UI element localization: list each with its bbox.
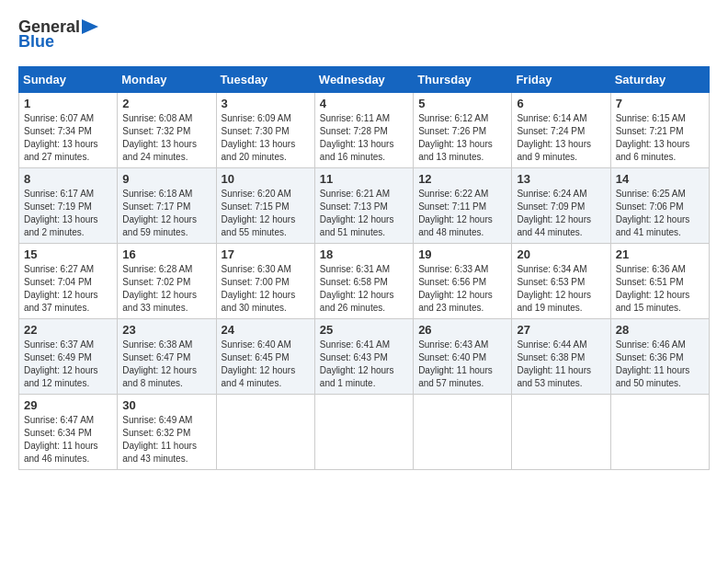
day-info: Sunrise: 6:08 AMSunset: 7:32 PMDaylight:…	[122, 113, 197, 162]
calendar-table: SundayMondayTuesdayWednesdayThursdayFrid…	[18, 66, 710, 470]
day-info: Sunrise: 6:22 AMSunset: 7:11 PMDaylight:…	[418, 189, 493, 237]
day-header-saturday: Saturday	[610, 66, 709, 92]
calendar-week-row: 1 Sunrise: 6:07 AMSunset: 7:34 PMDayligh…	[19, 92, 710, 167]
day-header-friday: Friday	[512, 66, 610, 92]
day-number: 23	[122, 323, 210, 337]
calendar-cell: 26 Sunrise: 6:43 AMSunset: 6:40 PMDaylig…	[414, 318, 512, 394]
calendar-cell: 4 Sunrise: 6:11 AMSunset: 7:28 PMDayligh…	[314, 92, 413, 167]
day-number: 9	[122, 172, 210, 186]
logo-blue-text: Blue	[18, 33, 54, 52]
logo-arrow-icon	[82, 19, 98, 34]
day-header-thursday: Thursday	[414, 66, 512, 92]
day-info: Sunrise: 6:20 AMSunset: 7:15 PMDaylight:…	[222, 189, 296, 237]
calendar-cell	[610, 394, 709, 469]
page-header: General Blue	[18, 18, 710, 52]
day-number: 30	[122, 398, 210, 412]
day-info: Sunrise: 6:11 AMSunset: 7:28 PMDaylight:…	[320, 113, 394, 162]
day-number: 26	[418, 323, 506, 337]
calendar-cell: 30 Sunrise: 6:49 AMSunset: 6:32 PMDaylig…	[118, 394, 216, 469]
day-header-tuesday: Tuesday	[216, 66, 314, 92]
calendar-cell: 18 Sunrise: 6:31 AMSunset: 6:58 PMDaylig…	[314, 243, 413, 318]
day-info: Sunrise: 6:46 AMSunset: 6:36 PMDaylight:…	[616, 339, 690, 388]
day-number: 21	[616, 247, 704, 261]
day-number: 22	[24, 323, 112, 337]
day-number: 8	[24, 172, 112, 186]
calendar-cell: 23 Sunrise: 6:38 AMSunset: 6:47 PMDaylig…	[118, 318, 216, 394]
day-number: 14	[616, 172, 704, 186]
day-info: Sunrise: 6:07 AMSunset: 7:34 PMDaylight:…	[24, 113, 98, 162]
calendar-cell: 27 Sunrise: 6:44 AMSunset: 6:38 PMDaylig…	[512, 318, 610, 394]
day-info: Sunrise: 6:30 AMSunset: 7:00 PMDaylight:…	[222, 264, 296, 313]
day-number: 11	[320, 172, 408, 186]
calendar-cell: 3 Sunrise: 6:09 AMSunset: 7:30 PMDayligh…	[216, 92, 314, 167]
calendar-cell: 17 Sunrise: 6:30 AMSunset: 7:00 PMDaylig…	[216, 243, 314, 318]
day-info: Sunrise: 6:40 AMSunset: 6:45 PMDaylight:…	[222, 339, 296, 388]
day-number: 24	[222, 323, 310, 337]
day-info: Sunrise: 6:18 AMSunset: 7:17 PMDaylight:…	[122, 189, 197, 237]
day-info: Sunrise: 6:27 AMSunset: 7:04 PMDaylight:…	[24, 264, 98, 313]
calendar-cell	[216, 394, 314, 469]
day-number: 18	[320, 247, 408, 261]
calendar-cell: 13 Sunrise: 6:24 AMSunset: 7:09 PMDaylig…	[512, 167, 610, 243]
day-number: 28	[616, 323, 704, 337]
calendar-header-row: SundayMondayTuesdayWednesdayThursdayFrid…	[19, 66, 710, 92]
day-number: 25	[320, 323, 408, 337]
day-number: 17	[222, 247, 310, 261]
calendar-week-row: 8 Sunrise: 6:17 AMSunset: 7:19 PMDayligh…	[19, 167, 710, 243]
day-info: Sunrise: 6:28 AMSunset: 7:02 PMDaylight:…	[122, 264, 197, 313]
day-info: Sunrise: 6:12 AMSunset: 7:26 PMDaylight:…	[418, 113, 493, 162]
day-number: 2	[122, 97, 210, 110]
day-number: 20	[517, 247, 605, 261]
calendar-cell: 19 Sunrise: 6:33 AMSunset: 6:56 PMDaylig…	[414, 243, 512, 318]
day-info: Sunrise: 6:25 AMSunset: 7:06 PMDaylight:…	[616, 189, 690, 237]
logo: General Blue	[18, 18, 98, 52]
calendar-cell: 24 Sunrise: 6:40 AMSunset: 6:45 PMDaylig…	[216, 318, 314, 394]
calendar-cell: 22 Sunrise: 6:37 AMSunset: 6:49 PMDaylig…	[19, 318, 118, 394]
day-info: Sunrise: 6:15 AMSunset: 7:21 PMDaylight:…	[616, 113, 690, 162]
day-info: Sunrise: 6:38 AMSunset: 6:47 PMDaylight:…	[122, 339, 197, 388]
day-info: Sunrise: 6:33 AMSunset: 6:56 PMDaylight:…	[418, 264, 493, 313]
day-info: Sunrise: 6:17 AMSunset: 7:19 PMDaylight:…	[24, 189, 98, 237]
calendar-cell: 14 Sunrise: 6:25 AMSunset: 7:06 PMDaylig…	[610, 167, 709, 243]
day-number: 12	[418, 172, 506, 186]
calendar-cell	[414, 394, 512, 469]
calendar-week-row: 22 Sunrise: 6:37 AMSunset: 6:49 PMDaylig…	[19, 318, 710, 394]
day-number: 1	[24, 97, 112, 110]
day-info: Sunrise: 6:21 AMSunset: 7:13 PMDaylight:…	[320, 189, 394, 237]
day-number: 5	[418, 97, 506, 110]
calendar-cell	[512, 394, 610, 469]
day-number: 29	[24, 398, 112, 412]
calendar-cell: 10 Sunrise: 6:20 AMSunset: 7:15 PMDaylig…	[216, 167, 314, 243]
day-info: Sunrise: 6:34 AMSunset: 6:53 PMDaylight:…	[517, 264, 591, 313]
calendar-cell: 9 Sunrise: 6:18 AMSunset: 7:17 PMDayligh…	[118, 167, 216, 243]
calendar-cell: 21 Sunrise: 6:36 AMSunset: 6:51 PMDaylig…	[610, 243, 709, 318]
day-number: 6	[517, 97, 605, 110]
day-number: 27	[517, 323, 605, 337]
day-header-monday: Monday	[118, 66, 216, 92]
calendar-cell: 7 Sunrise: 6:15 AMSunset: 7:21 PMDayligh…	[610, 92, 709, 167]
day-info: Sunrise: 6:44 AMSunset: 6:38 PMDaylight:…	[517, 339, 591, 388]
day-number: 19	[418, 247, 506, 261]
day-header-sunday: Sunday	[19, 66, 118, 92]
day-number: 16	[122, 247, 210, 261]
day-info: Sunrise: 6:43 AMSunset: 6:40 PMDaylight:…	[418, 339, 493, 388]
calendar-cell: 25 Sunrise: 6:41 AMSunset: 6:43 PMDaylig…	[314, 318, 413, 394]
svg-marker-0	[82, 19, 98, 34]
calendar-cell: 28 Sunrise: 6:46 AMSunset: 6:36 PMDaylig…	[610, 318, 709, 394]
calendar-cell: 11 Sunrise: 6:21 AMSunset: 7:13 PMDaylig…	[314, 167, 413, 243]
day-info: Sunrise: 6:24 AMSunset: 7:09 PMDaylight:…	[517, 189, 591, 237]
day-info: Sunrise: 6:31 AMSunset: 6:58 PMDaylight:…	[320, 264, 394, 313]
calendar-cell: 20 Sunrise: 6:34 AMSunset: 6:53 PMDaylig…	[512, 243, 610, 318]
day-number: 7	[616, 97, 704, 110]
calendar-cell: 1 Sunrise: 6:07 AMSunset: 7:34 PMDayligh…	[19, 92, 118, 167]
calendar-cell: 15 Sunrise: 6:27 AMSunset: 7:04 PMDaylig…	[19, 243, 118, 318]
day-number: 4	[320, 97, 408, 110]
day-info: Sunrise: 6:41 AMSunset: 6:43 PMDaylight:…	[320, 339, 394, 388]
calendar-cell: 5 Sunrise: 6:12 AMSunset: 7:26 PMDayligh…	[414, 92, 512, 167]
calendar-cell: 6 Sunrise: 6:14 AMSunset: 7:24 PMDayligh…	[512, 92, 610, 167]
calendar-cell: 12 Sunrise: 6:22 AMSunset: 7:11 PMDaylig…	[414, 167, 512, 243]
calendar-cell: 8 Sunrise: 6:17 AMSunset: 7:19 PMDayligh…	[19, 167, 118, 243]
day-number: 10	[222, 172, 310, 186]
day-info: Sunrise: 6:37 AMSunset: 6:49 PMDaylight:…	[24, 339, 98, 388]
calendar-cell: 29 Sunrise: 6:47 AMSunset: 6:34 PMDaylig…	[19, 394, 118, 469]
